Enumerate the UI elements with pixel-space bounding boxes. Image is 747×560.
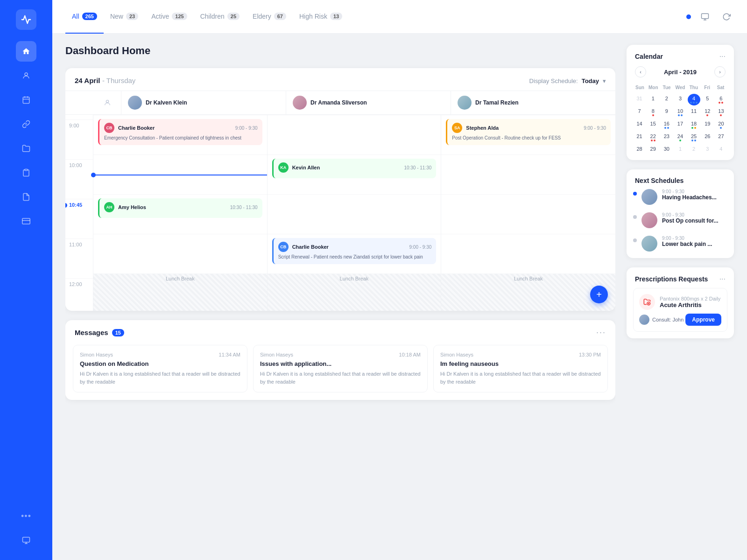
cal-day-27[interactable]: 27 xyxy=(715,132,727,143)
schedule-display-selector[interactable]: Display Schedule: Today ▾ xyxy=(529,77,606,84)
cal-day-33[interactable]: 3 xyxy=(701,144,714,154)
tab-active[interactable]: Active 125 xyxy=(145,0,193,34)
add-appointment-button[interactable]: + xyxy=(590,286,608,303)
doctor-name-0: Dr Kalven Klein xyxy=(146,99,187,106)
refresh-icon[interactable] xyxy=(719,9,734,24)
cal-day-5[interactable]: 5 xyxy=(701,94,714,105)
appt-name-amy: Amy Helios xyxy=(118,204,146,210)
calendar-next-button[interactable]: › xyxy=(714,66,726,77)
calendar-prev-button[interactable]: ‹ xyxy=(635,66,646,77)
cal-day-19[interactable]: 19 xyxy=(701,119,714,131)
message-item-1[interactable]: Simon Haseys 10:18 AM Issues with applic… xyxy=(253,345,428,392)
appt-desc-charlie: Emergency Consultation - Patient complai… xyxy=(104,135,258,141)
slot-tamal-9: SA Stephen Alda 9:00 - 9:30 Post Operati… xyxy=(441,115,615,154)
sidebar-item-calendar[interactable] xyxy=(16,90,36,110)
cal-day-21[interactable]: 21 xyxy=(633,132,646,143)
slot-kalven-lunch: Lunch Break xyxy=(93,273,267,311)
cal-day-16[interactable]: 16 xyxy=(660,119,673,131)
cal-day-15[interactable]: 15 xyxy=(647,119,659,131)
cal-day-25[interactable]: 25 xyxy=(688,132,700,143)
chat-icon[interactable] xyxy=(698,9,712,24)
doctor-name-2: Dr Tamal Rezien xyxy=(475,99,518,106)
cal-day-28[interactable]: 28 xyxy=(633,144,646,154)
cal-day-11[interactable]: 11 xyxy=(688,106,700,118)
sidebar-item-monitor[interactable] xyxy=(16,530,36,551)
cal-day-tue: Tue xyxy=(660,83,674,92)
messages-title: Messages 15 xyxy=(75,329,124,336)
tab-eldery[interactable]: Eldery 67 xyxy=(246,0,293,34)
cal-day-10[interactable]: 10 xyxy=(674,106,686,118)
cal-day-34[interactable]: 4 xyxy=(715,144,727,154)
cal-day-26[interactable]: 26 xyxy=(701,132,714,143)
doctor-header-0: Dr Kalven Klein xyxy=(121,91,286,114)
sidebar-item-clipboard[interactable] xyxy=(16,162,36,183)
appt-charlie-9[interactable]: CB Charlie Booker 9:00 - 9:30 Emergency … xyxy=(98,119,262,145)
messages-more-button[interactable]: ··· xyxy=(596,328,606,337)
right-panel: Calendar ··· ‹ April - 2019 › Sun Mon Tu… xyxy=(627,45,734,549)
sidebar-item-folder[interactable] xyxy=(16,138,36,159)
cal-day-20[interactable]: 20 xyxy=(715,119,727,131)
tab-children[interactable]: Children 25 xyxy=(194,0,246,34)
cal-day-31[interactable]: 1 xyxy=(674,144,686,154)
svg-rect-11 xyxy=(702,14,709,19)
calendar-grid: Sun Mon Tue Wed Thu Fri Sat 311234567891… xyxy=(627,81,734,160)
slot-kalven-9: CB Charlie Booker 9:00 - 9:30 Emergency … xyxy=(93,115,267,154)
cal-day-9[interactable]: 9 xyxy=(660,106,673,118)
schedule-header: 24 April - Thursday Display Schedule: To… xyxy=(65,68,615,91)
cal-day-22[interactable]: 22 xyxy=(647,132,659,143)
cal-day-13[interactable]: 13 xyxy=(715,106,727,118)
time-col-placeholder xyxy=(93,91,121,114)
sidebar-item-more[interactable]: ••• xyxy=(16,506,36,526)
schedule-dot-0 xyxy=(633,192,637,196)
sidebar-item-link[interactable] xyxy=(16,114,36,134)
cal-day-32[interactable]: 2 xyxy=(688,144,700,154)
appt-amy[interactable]: AH Amy Helios 10:30 - 11:30 xyxy=(98,198,262,218)
tab-children-badge: 25 xyxy=(227,13,240,20)
sidebar-item-user[interactable] xyxy=(16,65,36,86)
cal-day-18[interactable]: 18 xyxy=(688,119,700,131)
calendar-days: 3112345678910111213141516171819202122232… xyxy=(633,94,727,154)
schedule-name-0: Having Headaches... xyxy=(662,194,727,201)
slot-amanda-10: KA Kevin Allen 10:30 - 11:30 xyxy=(268,154,441,194)
cal-day-14[interactable]: 14 xyxy=(633,119,646,131)
cal-day-24[interactable]: 24 xyxy=(674,132,686,143)
cal-day-7[interactable]: 7 xyxy=(633,106,646,118)
sidebar-item-home[interactable] xyxy=(16,41,36,62)
cal-day-1[interactable]: 1 xyxy=(647,94,659,105)
calendar-more-button[interactable]: ··· xyxy=(719,52,726,61)
cal-day-0[interactable]: 31 xyxy=(633,94,646,105)
cal-day-4[interactable]: 4 xyxy=(688,94,700,105)
cal-day-2[interactable]: 2 xyxy=(660,94,673,105)
schedule-dot-2 xyxy=(633,238,637,242)
prescriptions-more-button[interactable]: ··· xyxy=(719,275,726,283)
tab-all[interactable]: All 265 xyxy=(65,0,104,34)
cal-day-3[interactable]: 3 xyxy=(674,94,686,105)
appt-charlie-11[interactable]: CB Charlie Booker 9:00 - 9:30 Script Ren… xyxy=(272,238,437,264)
messages-header: Messages 15 ··· xyxy=(65,320,615,345)
tab-highrisk[interactable]: High Risk 13 xyxy=(293,0,349,34)
prescriptions-title: Prescriptions Requests xyxy=(635,275,708,283)
cal-day-17[interactable]: 17 xyxy=(674,119,686,131)
cal-day-23[interactable]: 23 xyxy=(660,132,673,143)
svg-rect-8 xyxy=(23,537,30,542)
message-item-0[interactable]: Simon Haseys 11:34 AM Question on Medica… xyxy=(73,345,247,392)
approve-button[interactable]: Approve xyxy=(685,314,721,326)
app-logo[interactable] xyxy=(16,9,36,30)
cal-day-30[interactable]: 30 xyxy=(660,144,673,154)
slot-tamal-10 xyxy=(441,154,615,194)
appt-kevin[interactable]: KA Kevin Allen 10:30 - 11:30 xyxy=(272,159,437,178)
message-item-2[interactable]: Simon Haseys 13:30 PM Im feeling nauseou… xyxy=(433,345,608,392)
cal-day-8[interactable]: 8 xyxy=(647,106,659,118)
tab-new-badge: 23 xyxy=(126,13,138,20)
sidebar-item-card[interactable] xyxy=(16,211,36,231)
calendar-card: Calendar ··· ‹ April - 2019 › Sun Mon Tu… xyxy=(627,45,734,160)
messages-badge: 15 xyxy=(112,329,124,336)
sidebar-item-file[interactable] xyxy=(16,187,36,207)
tab-new[interactable]: New 23 xyxy=(104,0,145,34)
appt-stephen[interactable]: SA Stephen Alda 9:00 - 9:30 Post Operati… xyxy=(446,119,611,145)
cal-day-29[interactable]: 29 xyxy=(647,144,659,154)
topbar: All 265 New 23 Active 125 Children 25 El… xyxy=(52,0,747,34)
cal-day-12[interactable]: 12 xyxy=(701,106,714,118)
rx-drug-row: Pantonix 800mgs x 2 Daily Acute Arthriti… xyxy=(639,294,721,310)
cal-day-6[interactable]: 6 xyxy=(715,94,727,105)
